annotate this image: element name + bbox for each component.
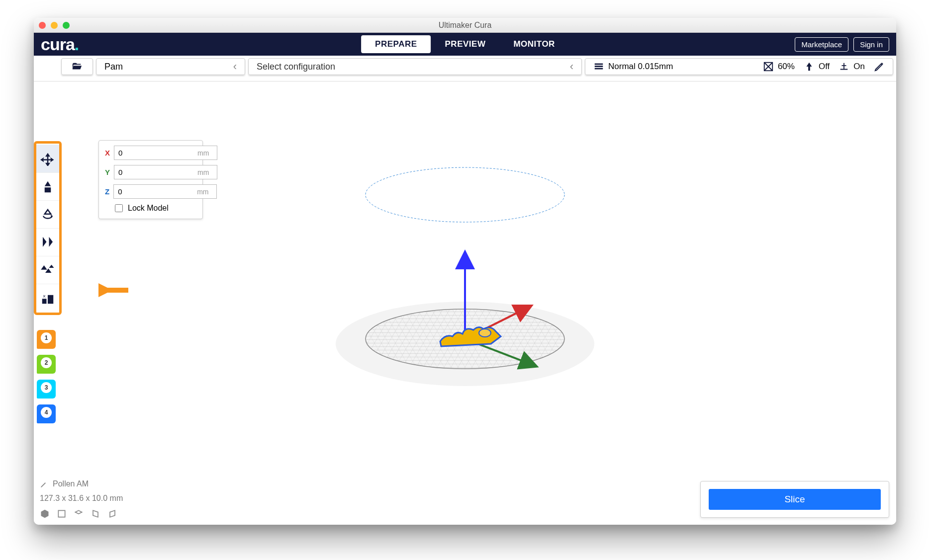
svg-rect-11: [42, 299, 47, 304]
configuration-selector[interactable]: Select configuration ‹: [248, 58, 582, 75]
svg-text:×: ×: [43, 294, 46, 299]
extruder-1[interactable]: 1: [37, 330, 56, 349]
extruder-selector: 1 2 3 4: [34, 330, 62, 423]
view-left-icon[interactable]: [91, 509, 100, 519]
open-file-button[interactable]: [61, 58, 93, 75]
y-label: Y: [105, 168, 110, 176]
x-label: X: [105, 149, 110, 157]
pencil-icon: [40, 480, 48, 488]
viewport-3d[interactable]: × 1 2 3 4 X mm Y mm Z: [34, 81, 896, 525]
svg-rect-0: [595, 64, 603, 65]
svg-rect-1: [595, 66, 603, 67]
z-input[interactable]: [113, 184, 217, 199]
marketplace-button[interactable]: Marketplace: [795, 37, 848, 52]
annotation-arrow: [98, 280, 133, 300]
per-model-settings-tool[interactable]: [36, 256, 59, 284]
x-input[interactable]: [114, 146, 217, 160]
extruder-2[interactable]: 2: [37, 355, 56, 374]
maximize-window-button[interactable]: [63, 22, 70, 29]
move-tool[interactable]: [36, 145, 59, 172]
close-window-button[interactable]: [39, 22, 46, 29]
model-dimensions: 127.3 x 31.6 x 10.0 mm: [40, 491, 123, 506]
view-3d-icon[interactable]: [40, 509, 50, 519]
svg-point-4: [366, 167, 564, 222]
print-settings-summary[interactable]: Normal 0.015mm 60% Off On: [585, 58, 893, 75]
extruder-3[interactable]: 3: [37, 380, 56, 399]
chevron-left-icon: ‹: [233, 60, 237, 73]
folder-open-icon: [72, 61, 83, 72]
tab-preview[interactable]: PREVIEW: [431, 35, 500, 53]
configuration-label: Select configuration: [257, 62, 335, 72]
model-info: Pollen AM 127.3 x 31.6 x 10.0 mm: [40, 477, 123, 519]
view-top-icon[interactable]: [74, 509, 84, 519]
y-input[interactable]: [114, 165, 217, 179]
transform-toolbar: ×: [34, 141, 62, 315]
support-icon: [804, 61, 815, 72]
lock-model-checkbox[interactable]: [115, 204, 123, 212]
mirror-tool[interactable]: [36, 228, 59, 256]
svg-rect-2: [595, 68, 603, 70]
move-tool-panel: X mm Y mm Z mm Lock Model: [98, 140, 203, 219]
app-logo: cura.: [41, 35, 79, 54]
layer-height-icon: [593, 61, 604, 72]
view-front-icon[interactable]: [57, 509, 67, 519]
slice-button[interactable]: Slice: [709, 489, 881, 510]
extruder-4[interactable]: 4: [37, 404, 56, 423]
printer-selector[interactable]: Pam ‹: [96, 58, 245, 75]
support-value: Off: [819, 62, 830, 72]
infill-value: 60%: [778, 62, 795, 72]
profile-label: Normal 0.015mm: [608, 62, 673, 72]
chevron-left-icon: ‹: [570, 60, 573, 73]
adhesion-value: On: [853, 62, 865, 72]
minimize-window-button[interactable]: [51, 22, 58, 29]
lock-model-label: Lock Model: [128, 204, 169, 213]
rotate-tool[interactable]: [36, 200, 59, 228]
support-blocker-tool[interactable]: ×: [36, 284, 59, 312]
tab-monitor[interactable]: MONITOR: [499, 35, 568, 53]
z-label: Z: [105, 187, 109, 196]
svg-rect-12: [48, 295, 53, 304]
titlebar: Ultimaker Cura: [34, 18, 896, 33]
tab-prepare[interactable]: PREPARE: [361, 35, 431, 53]
view-right-icon[interactable]: [107, 509, 117, 519]
app-topbar: cura. PREPARE PREVIEW MONITOR Marketplac…: [34, 33, 896, 56]
slice-panel: Slice: [700, 481, 889, 518]
model-name: Pollen AM: [53, 477, 89, 491]
svg-point-10: [479, 329, 491, 337]
config-bar: Pam ‹ Select configuration ‹ Normal 0.01…: [34, 56, 896, 81]
signin-button[interactable]: Sign in: [853, 37, 889, 52]
pencil-icon[interactable]: [874, 61, 885, 72]
stage-tabs: PREPARE PREVIEW MONITOR: [361, 35, 569, 53]
window-title: Ultimaker Cura: [34, 21, 896, 30]
infill-icon: [763, 61, 774, 72]
scale-tool[interactable]: [36, 172, 59, 200]
build-plate: [316, 155, 614, 433]
adhesion-icon: [838, 61, 849, 72]
view-orientation-icons: [40, 509, 123, 519]
printer-name: Pam: [104, 62, 123, 72]
